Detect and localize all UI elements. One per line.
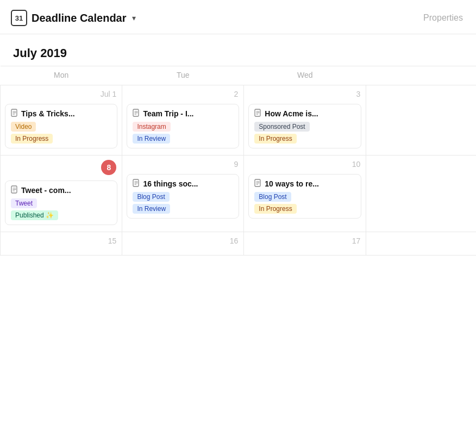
tag-video: Video — [11, 122, 36, 132]
overflow-cell-0 — [366, 85, 476, 155]
calendar-icon-label: 31 — [15, 14, 23, 22]
day-header-overflow — [366, 66, 476, 85]
document-icon — [133, 109, 140, 119]
tag-in-review: In Review — [133, 204, 170, 214]
tag-tweet: Tweet — [11, 198, 37, 208]
calendar-header: 31 Deadline Calendar ▾ Properties — [0, 0, 476, 34]
card-title-text: Tips & Tricks... — [21, 109, 75, 118]
document-icon — [254, 109, 261, 119]
properties-button[interactable]: Properties — [423, 13, 463, 23]
card-tags: Blog PostIn Progress — [254, 192, 355, 214]
card-tags: TweetPublished ✨ — [11, 198, 111, 220]
day-number-2-0: 15 — [5, 237, 117, 248]
card-title: How Acme is... — [254, 109, 355, 119]
tag-blog: Blog Post — [133, 192, 169, 202]
cal-cell-2-0[interactable]: 15 — [1, 232, 122, 256]
card-title: Team Trip - I... — [133, 109, 233, 119]
week-row-1: 8Tweet - com...TweetPublished ✨916 thing… — [1, 155, 477, 232]
chevron-down-icon[interactable]: ▾ — [132, 14, 136, 22]
day-number-1-1: 9 — [127, 160, 239, 172]
card-tags: Sponsored PostIn Progress — [254, 122, 355, 144]
day-header-mon: Mon — [1, 66, 122, 85]
tag-sponsored: Sponsored Post — [254, 122, 309, 132]
day-number-2-2: 17 — [248, 237, 361, 248]
day-number-0-2: 3 — [248, 90, 361, 102]
tag-instagram: Instagram — [133, 122, 170, 132]
tag-in-progress: In Progress — [11, 134, 53, 144]
cal-cell-1-0[interactable]: 8Tweet - com...TweetPublished ✨ — [1, 155, 122, 232]
card-0-0[interactable]: Tips & Tricks...VideoIn Progress — [5, 104, 117, 148]
month-title: July 2019 — [0, 34, 476, 66]
tag-in-review: In Review — [133, 134, 170, 144]
card-title-text: Team Trip - I... — [143, 109, 193, 118]
card-title: 16 things soc... — [133, 179, 233, 189]
today-badge: 8 — [101, 160, 116, 175]
header-left: 31 Deadline Calendar ▾ — [11, 10, 136, 26]
tag-in-progress: In Progress — [254, 134, 296, 144]
day-header-tue: Tue — [122, 66, 244, 85]
day-number-0-1: 2 — [127, 90, 239, 102]
tag-in-progress: In Progress — [254, 204, 296, 214]
tag-published: Published ✨ — [11, 210, 58, 220]
card-title-text: How Acme is... — [265, 109, 318, 118]
cal-cell-0-2[interactable]: 3How Acme is...Sponsored PostIn Progress — [244, 85, 366, 155]
day-number-0-0: Jul 1 — [5, 90, 117, 102]
card-tags: Blog PostIn Review — [133, 192, 233, 214]
document-icon — [133, 179, 140, 189]
day-header-row: Mon Tue Wed — [1, 66, 477, 85]
document-icon — [11, 109, 18, 119]
overflow-cell-2 — [366, 232, 476, 256]
calendar-title: Deadline Calendar — [32, 12, 127, 24]
card-title: 10 ways to re... — [254, 179, 355, 189]
day-number-1-0: 8 — [5, 160, 117, 178]
calendar-table: Mon Tue Wed Jul 1Tips & Tricks...VideoIn… — [0, 66, 476, 256]
card-title: Tips & Tricks... — [11, 109, 111, 119]
day-number-1-2: 10 — [248, 160, 361, 172]
card-tags: VideoIn Progress — [11, 122, 111, 144]
card-1-1[interactable]: 16 things soc...Blog PostIn Review — [127, 174, 239, 219]
card-title-text: 16 things soc... — [143, 179, 198, 188]
card-1-2[interactable]: 10 ways to re...Blog PostIn Progress — [248, 174, 361, 219]
cal-cell-1-2[interactable]: 1010 ways to re...Blog PostIn Progress — [244, 155, 366, 232]
card-0-1[interactable]: Team Trip - I...InstagramIn Review — [127, 104, 239, 148]
card-1-0[interactable]: Tweet - com...TweetPublished ✨ — [5, 181, 117, 225]
day-header-wed: Wed — [244, 66, 366, 85]
overflow-cell-1 — [366, 155, 476, 232]
card-title-text: 10 ways to re... — [265, 179, 319, 188]
cal-cell-0-0[interactable]: Jul 1Tips & Tricks...VideoIn Progress — [1, 85, 122, 155]
card-title-text: Tweet - com... — [21, 186, 71, 195]
week-row-0: Jul 1Tips & Tricks...VideoIn Progress2Te… — [1, 85, 477, 155]
week-row-2: 151617 — [1, 232, 477, 256]
document-icon — [11, 185, 18, 195]
cal-cell-1-1[interactable]: 916 things soc...Blog PostIn Review — [122, 155, 244, 232]
card-tags: InstagramIn Review — [133, 122, 233, 144]
cal-cell-2-2[interactable]: 17 — [244, 232, 366, 256]
card-title: Tweet - com... — [11, 185, 111, 195]
day-number-2-1: 16 — [127, 237, 239, 248]
card-0-2[interactable]: How Acme is...Sponsored PostIn Progress — [248, 104, 361, 148]
document-icon — [254, 179, 261, 189]
cal-cell-2-1[interactable]: 16 — [122, 232, 244, 256]
calendar-icon: 31 — [11, 10, 27, 26]
tag-blog: Blog Post — [254, 192, 291, 202]
cal-cell-0-1[interactable]: 2Team Trip - I...InstagramIn Review — [122, 85, 244, 155]
